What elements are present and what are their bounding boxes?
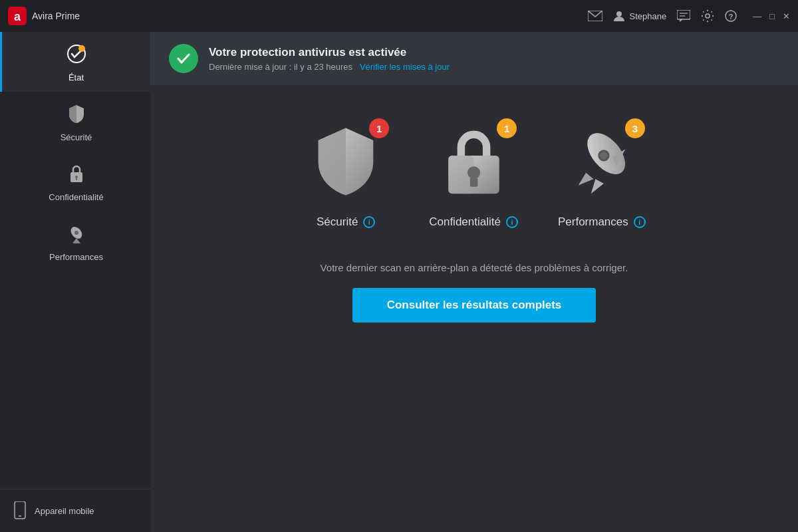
status-check-icon bbox=[169, 44, 198, 73]
svg-point-16 bbox=[74, 231, 78, 235]
sidebar-item-performances[interactable]: Performances bbox=[0, 211, 150, 271]
confidentialite-info-icon[interactable]: i bbox=[506, 216, 518, 228]
chat-icon[interactable] bbox=[677, 10, 690, 22]
sidebar-bottom: Appareil mobile bbox=[0, 489, 150, 532]
consult-button[interactable]: Consulter les résultats complets bbox=[352, 288, 597, 323]
sidebar-securite-label: Sécurité bbox=[61, 132, 92, 142]
user-icon bbox=[613, 10, 625, 22]
confidentialite-badge: 1 bbox=[497, 118, 517, 138]
performances-sidebar-icon bbox=[67, 223, 86, 248]
mobile-label: Appareil mobile bbox=[35, 506, 94, 516]
sidebar-item-etat[interactable]: État bbox=[0, 32, 150, 92]
sidebar-performances-label: Performances bbox=[49, 252, 103, 262]
status-subtitle: Dernière mise à jour : il y a 23 heures … bbox=[209, 62, 450, 72]
settings-icon[interactable] bbox=[701, 9, 714, 23]
securite-sidebar-icon bbox=[67, 104, 86, 128]
card-confidentialite[interactable]: 1 bbox=[429, 118, 518, 229]
etat-icon bbox=[66, 44, 86, 68]
performances-card-label: Performances i bbox=[558, 215, 646, 229]
status-banner: Votre protection antivirus est activée D… bbox=[150, 32, 798, 85]
sidebar-item-mobile[interactable]: Appareil mobile bbox=[0, 489, 150, 532]
minimize-button[interactable]: — bbox=[753, 11, 761, 21]
svg-point-7 bbox=[706, 14, 710, 18]
update-link[interactable]: Vérifier les mises à jour bbox=[360, 62, 450, 72]
notification-dot bbox=[78, 45, 85, 52]
performances-badge: 3 bbox=[625, 118, 645, 138]
lock-card-icon bbox=[439, 125, 509, 198]
mail-icon[interactable] bbox=[588, 11, 602, 21]
mobile-icon bbox=[13, 501, 27, 520]
securite-info-icon[interactable]: i bbox=[363, 216, 375, 228]
confidentialite-icon-wrapper: 1 bbox=[430, 118, 517, 205]
sidebar-confidentialite-label: Confidentialité bbox=[49, 192, 103, 202]
sidebar: État Sécurité Confidentialité bbox=[0, 32, 150, 532]
window-controls: — □ ✕ bbox=[753, 11, 790, 21]
securite-card-label: Sécurité i bbox=[317, 215, 375, 229]
confidentialite-sidebar-icon bbox=[69, 164, 84, 188]
scan-text: Votre dernier scan en arrière-plan a dét… bbox=[321, 262, 628, 273]
status-title: Votre protection antivirus est activée bbox=[209, 46, 450, 59]
securite-badge: 1 bbox=[369, 118, 389, 138]
status-text-block: Votre protection antivirus est activée D… bbox=[209, 46, 450, 72]
performances-info-icon[interactable]: i bbox=[634, 216, 646, 228]
help-icon[interactable]: ? bbox=[725, 10, 737, 22]
performances-icon-wrapper: 3 bbox=[559, 118, 645, 205]
bottom-section: Votre dernier scan en arrière-plan a dét… bbox=[150, 262, 798, 323]
avira-logo-icon: a bbox=[8, 7, 27, 25]
shield-card-icon bbox=[309, 125, 382, 198]
app-title: Avira Prime bbox=[32, 11, 80, 21]
sidebar-item-securite[interactable]: Sécurité bbox=[0, 92, 150, 152]
sidebar-item-confidentialite[interactable]: Confidentialité bbox=[0, 152, 150, 211]
svg-rect-22 bbox=[469, 178, 477, 186]
svg-marker-15 bbox=[72, 238, 80, 243]
card-securite[interactable]: 1 Sécurité bbox=[303, 118, 389, 229]
username: Stephane bbox=[629, 11, 666, 21]
svg-marker-26 bbox=[591, 179, 604, 194]
svg-point-3 bbox=[616, 11, 622, 17]
securite-icon-wrapper: 1 bbox=[303, 118, 389, 205]
titlebar-right: Stephane ? — □ ✕ bbox=[588, 9, 790, 23]
svg-point-12 bbox=[75, 176, 78, 178]
main-layout: État Sécurité Confidentialité bbox=[0, 32, 798, 532]
svg-marker-24 bbox=[578, 173, 593, 186]
svg-text:a: a bbox=[14, 10, 21, 23]
titlebar: a Avira Prime Stephane ? — □ ✕ bbox=[0, 0, 798, 32]
card-performances[interactable]: 3 bbox=[558, 118, 646, 229]
sidebar-etat-label: État bbox=[68, 72, 84, 82]
app-logo: a Avira Prime bbox=[8, 7, 80, 25]
confidentialite-card-label: Confidentialité i bbox=[429, 215, 518, 229]
maximize-button[interactable]: □ bbox=[769, 11, 775, 21]
cards-area: 1 Sécurité bbox=[150, 85, 798, 249]
svg-point-28 bbox=[600, 152, 607, 159]
svg-rect-4 bbox=[677, 10, 690, 19]
rocket-card-icon bbox=[565, 125, 638, 198]
svg-point-21 bbox=[467, 166, 480, 179]
close-button[interactable]: ✕ bbox=[783, 11, 790, 21]
user-menu[interactable]: Stephane bbox=[613, 10, 666, 22]
main-content: Votre protection antivirus est activée D… bbox=[150, 32, 798, 532]
svg-text:?: ? bbox=[729, 13, 733, 21]
